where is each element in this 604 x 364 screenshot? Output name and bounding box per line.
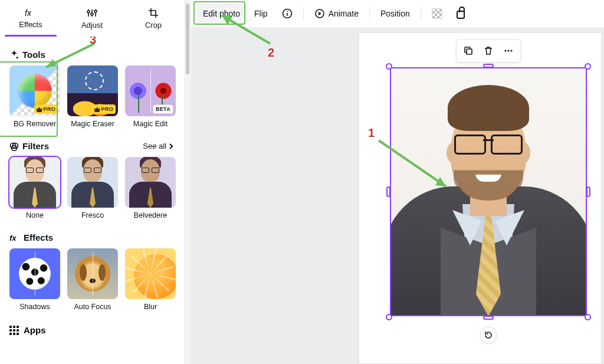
- svg-text:fx: fx: [25, 8, 32, 18]
- resize-handle-sw[interactable]: [386, 314, 392, 320]
- effect-shadows[interactable]: Shadows: [9, 248, 60, 311]
- rotate-icon: [484, 330, 493, 340]
- beta-badge: BETA: [153, 104, 173, 114]
- tab-crop-label: Crop: [145, 21, 162, 29]
- animate-button[interactable]: Animate: [308, 4, 365, 24]
- apps-section[interactable]: Apps: [9, 325, 175, 335]
- flip-button[interactable]: Flip: [248, 4, 274, 24]
- filter-belvedere[interactable]: Belvedere: [125, 157, 176, 219]
- svg-point-2: [87, 11, 90, 13]
- context-toolbar: Edit photo Flip Animate Position: [191, 0, 604, 27]
- tab-adjust-label: Adjust: [81, 21, 103, 29]
- svg-text:fx: fx: [9, 234, 17, 242]
- resize-handle-n[interactable]: [483, 64, 494, 68]
- tab-crop[interactable]: Crop: [123, 0, 184, 37]
- selected-image[interactable]: [390, 67, 587, 316]
- crop-icon: [148, 8, 159, 18]
- effects-grid: Shadows Auto Focus Blur: [9, 248, 175, 311]
- tool-bg-remover[interactable]: PRO BG Remover: [9, 65, 60, 128]
- effects-section-header: fx Effects: [9, 232, 175, 242]
- tab-effects-label: Effects: [19, 20, 42, 29]
- more-button[interactable]: [499, 41, 518, 60]
- transparency-button[interactable]: [426, 4, 448, 24]
- info-icon: [282, 8, 293, 19]
- panel-scrollbar[interactable]: [184, 0, 191, 364]
- filters-title: Filters: [22, 141, 49, 151]
- filters-see-all[interactable]: See all: [143, 142, 175, 150]
- rotate-handle[interactable]: [480, 327, 497, 343]
- position-button[interactable]: Position: [375, 4, 416, 24]
- resize-handle-se[interactable]: [585, 314, 591, 320]
- filters-grid: None Fresco Belvedere: [9, 157, 175, 219]
- apps-title: Apps: [24, 325, 46, 335]
- filter-none-label: None: [26, 211, 44, 219]
- tools-section-header: Tools: [9, 50, 175, 60]
- element-floating-toolbar: [456, 39, 521, 63]
- panel-content: 3 Tools PRO BG Remover PRO Magic Eraser: [0, 37, 184, 364]
- tool-magic-eraser-label: Magic Eraser: [71, 120, 114, 128]
- svg-point-4: [91, 13, 93, 15]
- sliders-icon: [87, 8, 97, 18]
- lock-button[interactable]: [451, 4, 471, 24]
- effect-shadows-label: Shadows: [19, 303, 50, 311]
- duplicate-icon: [463, 45, 474, 56]
- duplicate-button[interactable]: [459, 41, 478, 60]
- canvas-stage[interactable]: 2 1: [191, 27, 604, 364]
- svg-point-23: [510, 50, 512, 51]
- tab-effects[interactable]: fx Effects: [0, 0, 61, 37]
- tools-title: Tools: [22, 50, 45, 60]
- annotation-label-3: 3: [90, 37, 96, 47]
- tool-bg-remover-label: BG Remover: [14, 120, 56, 128]
- effects-title: Effects: [24, 232, 53, 242]
- resize-handle-s[interactable]: [483, 316, 494, 320]
- sparkle-icon: [9, 50, 19, 60]
- info-button[interactable]: [276, 4, 298, 24]
- filter-none[interactable]: None: [9, 157, 60, 219]
- resize-handle-nw[interactable]: [386, 63, 392, 70]
- svg-point-15: [287, 11, 288, 12]
- tool-magic-eraser[interactable]: PRO Magic Eraser: [67, 65, 118, 128]
- delete-button[interactable]: [479, 41, 498, 60]
- more-icon: [503, 45, 514, 56]
- pro-badge: PRO: [34, 104, 58, 114]
- selection-border: [390, 67, 587, 316]
- transparency-icon: [432, 8, 442, 19]
- tools-grid: PRO BG Remover PRO Magic Eraser BETA Mag…: [9, 65, 175, 128]
- tab-adjust[interactable]: Adjust: [61, 0, 123, 37]
- chevron-right-icon: [168, 143, 175, 150]
- canvas-zone: Edit photo Flip Animate Position 2: [191, 0, 604, 364]
- filters-icon: [9, 142, 19, 151]
- svg-point-6: [94, 10, 97, 12]
- effect-auto-focus[interactable]: Auto Focus: [67, 248, 118, 311]
- fx-small-icon: fx: [9, 234, 20, 242]
- panel-top-tabs: fx Effects Adjust Crop: [0, 0, 184, 37]
- toolbar-separator: [421, 7, 421, 20]
- filters-section-header: Filters See all: [9, 141, 175, 151]
- effect-auto-focus-label: Auto Focus: [74, 303, 111, 311]
- apps-grid-icon: [9, 326, 19, 335]
- animate-icon: [314, 8, 325, 19]
- toolbar-separator: [303, 7, 304, 20]
- lock-icon: [457, 11, 465, 19]
- filter-belvedere-label: Belvedere: [134, 211, 167, 219]
- tool-magic-edit-label: Magic Edit: [133, 120, 168, 128]
- resize-handle-w[interactable]: [386, 186, 390, 197]
- trash-icon: [483, 45, 494, 56]
- svg-point-22: [507, 50, 509, 51]
- svg-rect-20: [467, 49, 472, 54]
- resize-handle-e[interactable]: [586, 186, 590, 197]
- filter-fresco[interactable]: Fresco: [67, 157, 118, 219]
- fx-icon: fx: [25, 8, 37, 18]
- resize-handle-ne[interactable]: [585, 63, 591, 70]
- effect-blur-label: Blur: [144, 303, 157, 311]
- effects-panel: fx Effects Adjust Crop 3 Tools PRO: [0, 0, 184, 364]
- pro-badge: PRO: [92, 104, 116, 114]
- tool-magic-edit[interactable]: BETA Magic Edit: [125, 65, 176, 128]
- edit-photo-button[interactable]: Edit photo: [197, 4, 246, 24]
- filter-fresco-label: Fresco: [81, 211, 104, 219]
- annotation-label-1: 1: [368, 126, 375, 140]
- editor-area: Edit photo Flip Animate Position 2: [184, 0, 604, 364]
- svg-point-21: [504, 50, 506, 51]
- effect-blur[interactable]: Blur: [125, 248, 176, 311]
- toolbar-separator: [369, 7, 370, 20]
